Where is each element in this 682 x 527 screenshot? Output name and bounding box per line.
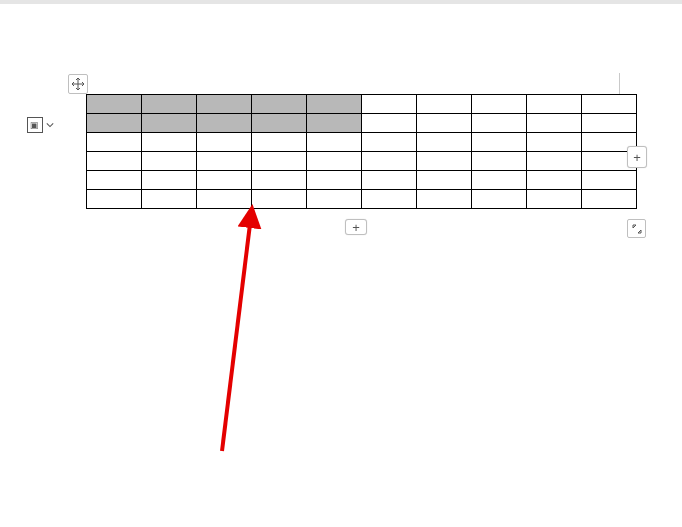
table-cell[interactable] bbox=[307, 95, 362, 114]
table-cell[interactable] bbox=[197, 95, 252, 114]
table-cell[interactable] bbox=[142, 95, 197, 114]
table-cell[interactable] bbox=[362, 171, 417, 190]
table-cell[interactable] bbox=[582, 95, 637, 114]
table-cell[interactable] bbox=[87, 114, 142, 133]
svg-line-0 bbox=[222, 216, 251, 451]
table-cell[interactable] bbox=[142, 114, 197, 133]
table-move-handle[interactable] bbox=[68, 74, 88, 94]
table-cell[interactable] bbox=[472, 190, 527, 209]
table-cell[interactable] bbox=[252, 95, 307, 114]
table-cell[interactable] bbox=[307, 171, 362, 190]
table-cell[interactable] bbox=[142, 133, 197, 152]
table-cell[interactable] bbox=[362, 133, 417, 152]
table-cell[interactable] bbox=[417, 114, 472, 133]
table-cell[interactable] bbox=[362, 114, 417, 133]
table-cell[interactable] bbox=[527, 190, 582, 209]
table-cell[interactable] bbox=[307, 133, 362, 152]
editable-table[interactable] bbox=[86, 94, 637, 209]
resize-diagonal-icon bbox=[631, 223, 643, 235]
table-cell[interactable] bbox=[472, 133, 527, 152]
table-cell[interactable] bbox=[142, 190, 197, 209]
table-cell[interactable] bbox=[87, 190, 142, 209]
table-cell[interactable] bbox=[307, 152, 362, 171]
table-cell[interactable] bbox=[197, 171, 252, 190]
add-row-button[interactable]: + bbox=[345, 219, 367, 235]
table-inline-icon: ▣ bbox=[27, 117, 43, 133]
table-cell[interactable] bbox=[417, 171, 472, 190]
table-cell[interactable] bbox=[362, 95, 417, 114]
table-cell[interactable] bbox=[197, 190, 252, 209]
table-cell[interactable] bbox=[472, 171, 527, 190]
chevron-down-icon bbox=[46, 121, 54, 129]
table-cell[interactable] bbox=[252, 190, 307, 209]
add-column-button[interactable]: + bbox=[627, 146, 647, 168]
table-cell[interactable] bbox=[142, 152, 197, 171]
table-cell[interactable] bbox=[307, 190, 362, 209]
table-cell[interactable] bbox=[527, 133, 582, 152]
table-cell[interactable] bbox=[362, 190, 417, 209]
table-resize-handle[interactable] bbox=[627, 219, 646, 238]
table-cell[interactable] bbox=[527, 114, 582, 133]
annotation-arrow bbox=[0, 4, 682, 527]
table-cell[interactable] bbox=[197, 114, 252, 133]
table-cell[interactable] bbox=[307, 114, 362, 133]
table-cell[interactable] bbox=[417, 152, 472, 171]
table-cell[interactable] bbox=[87, 171, 142, 190]
table-cell[interactable] bbox=[197, 152, 252, 171]
table-cell[interactable] bbox=[417, 133, 472, 152]
table-cell[interactable] bbox=[87, 152, 142, 171]
table-cell[interactable] bbox=[252, 133, 307, 152]
table-cell[interactable] bbox=[252, 114, 307, 133]
table-layout-options-button[interactable]: ▣ bbox=[26, 116, 54, 134]
table-cell[interactable] bbox=[362, 152, 417, 171]
table-cell[interactable] bbox=[252, 171, 307, 190]
table-cell[interactable] bbox=[527, 171, 582, 190]
table-cell[interactable] bbox=[87, 133, 142, 152]
plus-icon: + bbox=[633, 151, 641, 164]
table-cell[interactable] bbox=[142, 171, 197, 190]
table-cell[interactable] bbox=[252, 152, 307, 171]
table-cell[interactable] bbox=[472, 152, 527, 171]
table-cell[interactable] bbox=[417, 95, 472, 114]
table-cell[interactable] bbox=[582, 190, 637, 209]
table-cell[interactable] bbox=[197, 133, 252, 152]
table-cell[interactable] bbox=[527, 95, 582, 114]
plus-icon: + bbox=[352, 221, 360, 234]
table-cell[interactable] bbox=[472, 114, 527, 133]
document-canvas[interactable]: ▣ + + bbox=[0, 4, 682, 527]
table-cell[interactable] bbox=[582, 114, 637, 133]
table-cell[interactable] bbox=[417, 190, 472, 209]
table-cell[interactable] bbox=[527, 152, 582, 171]
move-icon bbox=[71, 77, 85, 91]
table-cell[interactable] bbox=[472, 95, 527, 114]
table-cell[interactable] bbox=[582, 171, 637, 190]
table-cell[interactable] bbox=[87, 95, 142, 114]
